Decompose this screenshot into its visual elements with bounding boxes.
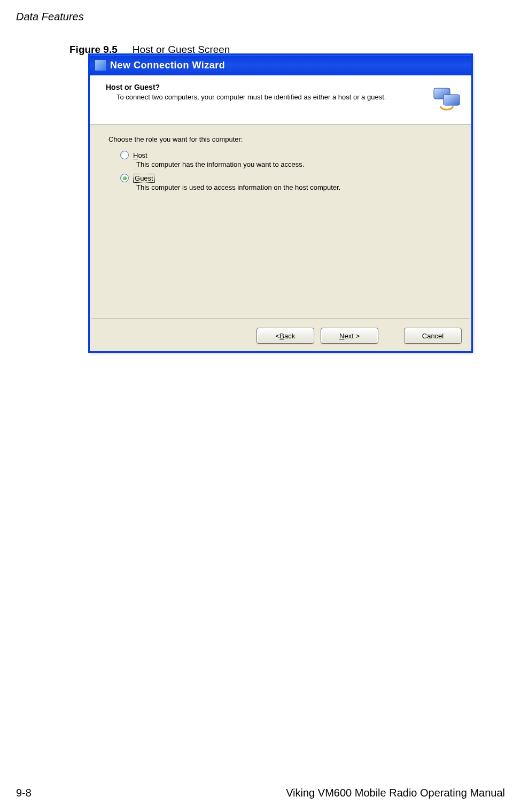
manual-title: Viking VM600 Mobile Radio Operating Manu… — [286, 787, 505, 799]
wizard-header-title: Host or Guest? — [106, 83, 461, 91]
wizard-body: Choose the role you want for this comput… — [90, 125, 471, 191]
radio-host-label: Host — [133, 151, 147, 159]
wizard-window: New Connection Wizard Host or Guest? To … — [88, 53, 473, 353]
radio-guest-button[interactable] — [120, 174, 129, 182]
wizard-header-panel: Host or Guest? To connect two computers,… — [90, 75, 471, 125]
wizard-header-desc: To connect two computers, your computer … — [116, 93, 405, 102]
back-button[interactable]: < Back — [256, 328, 314, 344]
radio-guest-row[interactable]: Guest — [120, 174, 453, 182]
svg-rect-1 — [444, 95, 460, 105]
wizard-prompt: Choose the role you want for this comput… — [108, 135, 453, 143]
radio-guest-desc: This computer is used to access informat… — [136, 183, 453, 191]
radio-guest-label: Guest — [133, 174, 155, 182]
next-button[interactable]: Next > — [321, 328, 378, 344]
titlebar-text: New Connection Wizard — [110, 60, 225, 71]
titlebar: New Connection Wizard — [90, 55, 471, 75]
radio-host-desc: This computer has the information you wa… — [136, 160, 453, 168]
radio-host-row[interactable]: Host — [120, 151, 453, 159]
divider — [91, 318, 470, 319]
cancel-button[interactable]: Cancel — [404, 328, 462, 344]
radio-host-button[interactable] — [120, 151, 129, 159]
button-row: < Back Next > Cancel — [256, 328, 462, 344]
wizard-app-icon — [95, 60, 106, 71]
connection-icon — [432, 85, 462, 115]
page-number: 9-8 — [16, 787, 32, 799]
section-header: Data Features — [16, 11, 84, 23]
